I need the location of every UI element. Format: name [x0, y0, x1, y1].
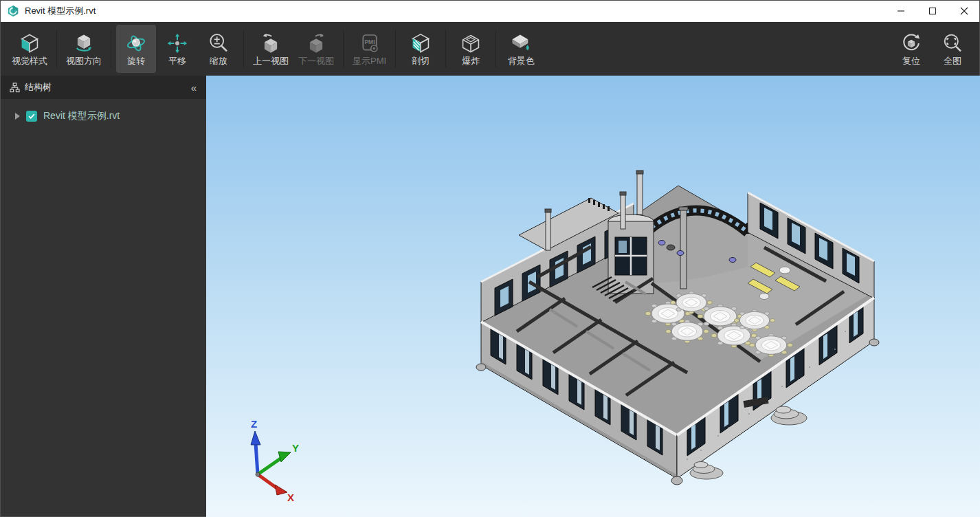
structure-tree-panel: 结构树 « Revit 模型示例.rvt: [0, 76, 206, 517]
visual-style-label: 视觉样式: [12, 56, 47, 66]
bg-color-label: 背景色: [508, 56, 535, 66]
reset-label: 复位: [902, 56, 920, 66]
structure-tree-title: 结构树: [25, 81, 52, 94]
maximize-button[interactable]: [917, 0, 948, 22]
fit-view-icon: [942, 32, 964, 54]
prev-view-icon: [260, 32, 282, 54]
prev-view-label: 上一视图: [253, 56, 289, 66]
next-view-icon: [305, 32, 327, 54]
minimize-icon: [897, 7, 905, 15]
app-logo-icon: [7, 5, 19, 17]
reset-icon: [900, 32, 922, 54]
fit-view-button[interactable]: 全图: [933, 25, 972, 73]
show-pmi-button[interactable]: PMI 显示PMI: [348, 25, 390, 73]
toolbar-divider: [111, 30, 111, 67]
close-button[interactable]: [948, 0, 980, 22]
toolbar-divider: [343, 30, 344, 67]
axes-triad: Z Y X: [216, 416, 306, 502]
tree-checkbox[interactable]: [26, 111, 37, 122]
reset-button[interactable]: 复位: [891, 25, 931, 73]
checkmark-icon: [27, 112, 36, 120]
tree-expand-arrow-icon[interactable]: [15, 113, 20, 120]
rotate-button[interactable]: 旋转: [116, 25, 156, 73]
rotate-icon: [125, 32, 147, 54]
toolbar-divider: [495, 30, 496, 67]
main-area: 结构树 « Revit 模型示例.rvt: [0, 76, 980, 517]
window-controls: [885, 0, 980, 22]
toolbar-divider: [445, 30, 446, 67]
bg-color-button[interactable]: 背景色: [501, 25, 541, 73]
section-label: 剖切: [412, 56, 430, 66]
next-view-label: 下一视图: [298, 56, 334, 66]
structure-tree-header: 结构树 «: [0, 76, 206, 99]
view-direction-icon: [73, 32, 95, 54]
toolbar-divider: [56, 30, 57, 67]
building-model[interactable]: [206, 76, 980, 517]
collapse-panel-button[interactable]: «: [191, 82, 197, 93]
viewport-3d[interactable]: Z Y X: [206, 76, 980, 517]
show-pmi-icon: PMI: [359, 32, 381, 54]
tree-item-label[interactable]: Revit 模型示例.rvt: [43, 110, 120, 122]
visual-style-icon: [19, 32, 41, 54]
explode-label: 爆炸: [462, 56, 480, 66]
next-view-button[interactable]: 下一视图: [294, 25, 338, 73]
toolbar: 视觉样式 视图方向: [0, 22, 980, 76]
view-direction-button[interactable]: 视图方向: [62, 25, 106, 73]
prev-view-button[interactable]: 上一视图: [249, 25, 293, 73]
explode-icon: [460, 32, 482, 54]
toolbar-right-group: 复位 全图: [891, 22, 973, 76]
minimize-button[interactable]: [885, 0, 917, 22]
axis-y-label: Y: [292, 442, 299, 454]
toolbar-divider: [243, 30, 244, 67]
rotate-label: 旋转: [127, 56, 145, 66]
fit-view-label: 全图: [944, 56, 961, 66]
svg-text:PMI: PMI: [364, 38, 375, 45]
close-icon: [960, 7, 968, 15]
pan-label: 平移: [168, 56, 186, 66]
maximize-icon: [928, 7, 937, 15]
toolbar-divider: [395, 30, 396, 67]
pan-icon: [166, 32, 188, 54]
axis-z-label: Z: [251, 418, 257, 430]
explode-button[interactable]: 爆炸: [451, 25, 491, 73]
section-button[interactable]: 剖切: [401, 25, 441, 73]
app-window: Revit 模型示例.rvt 视觉样式: [0, 0, 980, 517]
window-title: Revit 模型示例.rvt: [25, 5, 96, 17]
view-direction-label: 视图方向: [66, 56, 102, 66]
titlebar: Revit 模型示例.rvt: [0, 0, 980, 22]
section-icon: [410, 32, 432, 54]
toolbar-left-group: 视觉样式 视图方向: [7, 22, 542, 76]
pan-button[interactable]: 平移: [157, 25, 197, 73]
axis-x-label: X: [287, 492, 294, 502]
zoom-icon: [208, 32, 230, 54]
show-pmi-label: 显示PMI: [353, 56, 386, 66]
visual-style-button[interactable]: 视觉样式: [8, 25, 52, 73]
structure-tree-icon: [10, 82, 20, 93]
zoom-label: 缩放: [210, 56, 227, 66]
bg-color-icon: [510, 32, 532, 54]
tree-item-root[interactable]: Revit 模型示例.rvt: [0, 110, 206, 122]
zoom-button[interactable]: 缩放: [199, 25, 238, 73]
